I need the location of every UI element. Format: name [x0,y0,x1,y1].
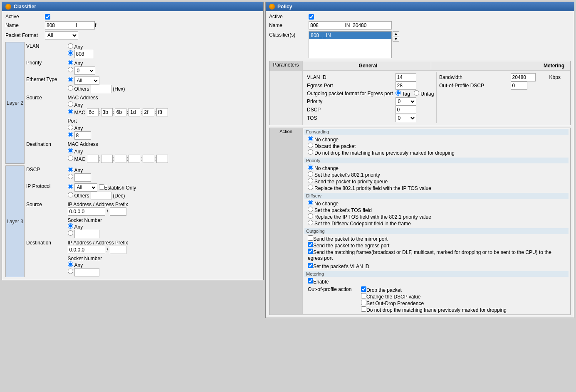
src-socket-label: Socket Number [68,217,102,223]
policy-active-label: Active [269,14,309,20]
eth-all-select[interactable]: All [74,76,99,85]
dst-mac-any-radio[interactable] [68,148,73,153]
dst-mac4[interactable] [129,155,140,163]
src-mac2[interactable] [101,108,113,116]
tag-radio[interactable] [396,90,401,96]
ip-all-select[interactable]: All [74,183,97,192]
params-tos-select[interactable]: 0 [396,114,416,122]
bandwidth-input[interactable] [511,73,536,81]
packet-format-select[interactable]: All Tagged Untagged [45,31,78,39]
fwd2-radio[interactable] [308,143,313,148]
vlan-any-radio[interactable] [68,43,73,49]
vlan-value-input[interactable] [74,50,93,58]
params-priority-select[interactable]: 0 [396,97,416,106]
src-mac-radio[interactable] [68,109,73,114]
diff4-radio[interactable] [308,220,313,225]
name-input[interactable] [45,21,95,30]
diff3-radio[interactable] [308,213,313,219]
ip-others-input[interactable] [91,192,111,200]
dst-mac5[interactable] [143,155,154,163]
priority-any-radio[interactable] [68,60,73,65]
out2-label: Send the packet to the egress port [313,243,389,249]
tag-label: Tag [402,91,410,97]
src-port-radio[interactable] [68,132,73,137]
policy-status-dot [269,4,275,10]
fwd3-label: Do not drop the matching frame previousl… [314,150,455,156]
src-port-input[interactable] [74,131,91,140]
src-mac3[interactable] [115,108,126,116]
dst-mac6[interactable] [156,155,168,163]
dst-prefix-input[interactable] [110,246,126,254]
oop4-checkbox[interactable] [361,306,366,312]
diff4-label: Set the Diffserv Codepoint field in the … [314,221,411,227]
diff1-radio[interactable] [308,200,313,205]
pri4-radio[interactable] [308,185,313,190]
ip-others-radio[interactable] [68,192,73,197]
diff2-radio[interactable] [308,207,313,212]
eth-others-radio[interactable] [68,85,73,91]
src-sock-any-radio[interactable] [68,223,73,229]
diffserv-section-label: Diffserv [304,193,569,199]
src-mac5[interactable] [143,108,154,116]
classifier-scroll-up[interactable]: ▲ [393,31,399,36]
out1-checkbox[interactable] [308,235,313,241]
ip-protocol-label: IP Protocol [26,183,50,189]
classifier-list-item[interactable]: 808_ _IN [309,32,391,39]
out2-checkbox[interactable] [308,242,313,247]
pri1-radio[interactable] [308,165,313,170]
src-mac6[interactable] [156,108,168,116]
dst-sock-radio[interactable] [68,269,73,274]
vlan-id-input[interactable] [396,73,416,81]
egress-port-input[interactable] [396,81,416,90]
pri2-radio[interactable] [308,171,313,177]
oop3-checkbox[interactable] [361,300,366,305]
dst-mac-radio[interactable] [68,155,73,161]
priority-select[interactable]: 01234567 [74,67,95,75]
src-mac-any-radio[interactable] [68,101,73,107]
enable-checkbox[interactable] [308,278,313,284]
eth-others-input[interactable] [91,85,111,93]
oop1-checkbox[interactable] [361,286,366,292]
dst-sock-input[interactable] [74,268,99,276]
oop-dscp-input[interactable] [511,81,527,90]
src-prefix-input[interactable] [110,207,126,216]
eth-all-radio[interactable] [68,77,73,82]
dscp-value-input[interactable] [74,173,91,182]
policy-name-input[interactable] [309,21,392,30]
active-checkbox[interactable] [45,14,50,20]
action-label: Action [269,128,303,314]
src-sock-input[interactable] [74,230,99,238]
untag-radio[interactable] [414,90,419,96]
src-ip-input[interactable] [68,207,105,216]
ip-all-radio[interactable] [68,184,73,189]
dst-sock-any-radio[interactable] [68,261,73,267]
src-mac1[interactable] [87,108,99,116]
fwd1-radio[interactable] [308,136,313,141]
vlan-value-radio[interactable] [68,50,73,56]
out3-label: Send the matching frames(broadcast or DL… [308,249,551,261]
fwd3-radio[interactable] [308,149,313,155]
src-mac4[interactable] [129,108,140,116]
classifier-scroll-down[interactable]: ▼ [393,37,399,42]
src-sock-radio[interactable] [68,230,73,236]
pri3-radio[interactable] [308,178,313,183]
establish-only-checkbox[interactable] [99,184,104,190]
dst-mac2[interactable] [101,155,113,163]
pri3-label: Send the packet to priority queue [314,179,388,185]
dst-mac-radio-label: MAC [74,156,86,162]
dst-ip-input[interactable] [68,246,105,254]
dscp-any-radio[interactable] [68,167,73,172]
policy-active-checkbox[interactable] [309,14,314,20]
priority-value-radio[interactable] [68,67,73,72]
src-port-any-radio[interactable] [68,125,73,130]
oop4-label: Do not drop the matching frame previousl… [366,307,507,313]
dscp-value-radio[interactable] [68,174,73,179]
params-dscp-input[interactable] [396,106,416,114]
dst-mac3[interactable] [115,155,126,163]
dst-mac1[interactable] [87,155,99,163]
pri2-label: Set the packet's 802.1 priority [314,172,380,178]
set-vlan-checkbox[interactable] [308,263,313,268]
out3-checkbox[interactable] [308,249,313,254]
oop2-checkbox[interactable] [361,293,366,298]
out1-label: Send the packet to the mirror port [313,236,388,242]
